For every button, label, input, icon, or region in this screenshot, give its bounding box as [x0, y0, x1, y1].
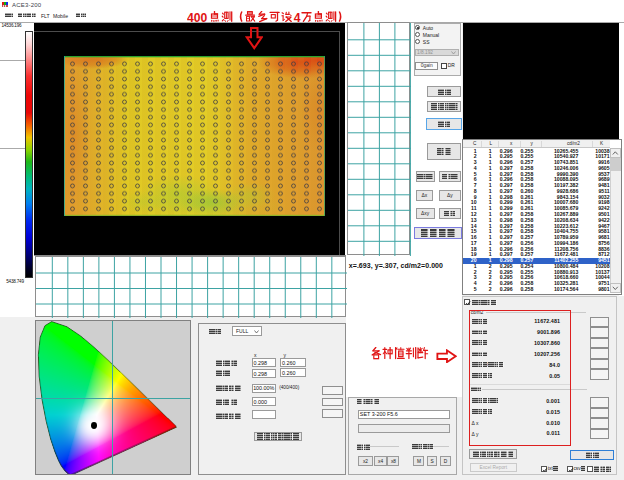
svg-text:400: 400 — [187, 11, 208, 24]
svg-text:0.258: 0.258 — [520, 286, 533, 292]
svg-text:4: 4 — [293, 11, 300, 24]
svg-text:5: 5 — [474, 286, 477, 292]
svg-text:9801: 9801 — [598, 286, 610, 292]
svg-text:0.296: 0.296 — [500, 286, 513, 292]
svg-text:10174.564: 10174.564 — [554, 286, 578, 292]
svg-text:2: 2 — [489, 286, 492, 292]
